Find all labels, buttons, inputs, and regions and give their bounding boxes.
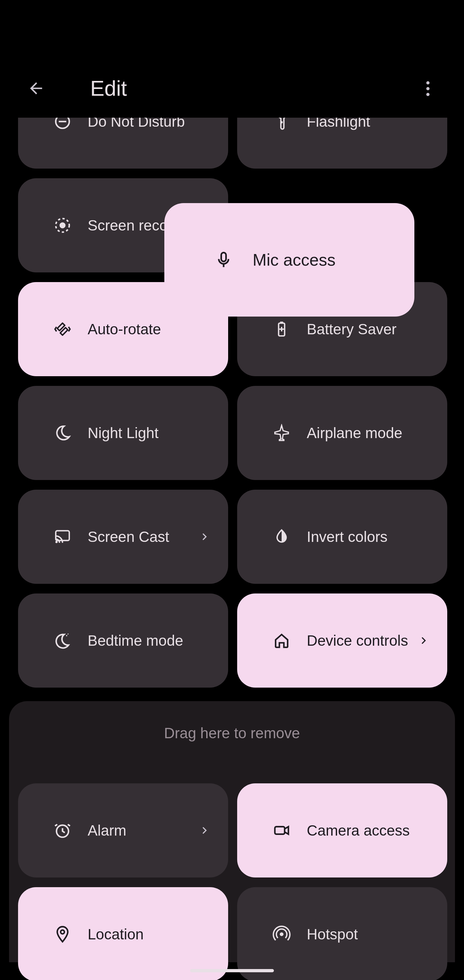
tile-do-not-disturb[interactable]: Do Not Disturb [18,118,228,169]
tile-night-light[interactable]: Night Light [18,386,228,480]
tile-label: Location [87,926,144,943]
tile-label: Camera access [307,822,410,839]
remove-tray-hint: Drag here to remove [9,724,455,742]
svg-point-12 [280,932,284,936]
svg-point-11 [60,930,64,934]
tile-invert-colors[interactable]: Invert colors [237,490,447,584]
alarm-icon [54,821,72,840]
tile-device-controls[interactable]: Device controls [237,593,447,687]
tile-screen-cast[interactable]: Screen Cast [18,490,228,584]
bedtime-icon [54,632,72,649]
auto-rotate-icon [54,320,72,338]
tile-label: Airplane mode [307,424,402,442]
tile-label: Do Not Disturb [87,118,185,130]
dot-icon [426,93,429,96]
svg-rect-6 [280,322,283,323]
back-button[interactable] [21,73,52,104]
cast-icon [54,528,72,546]
tile-flashlight[interactable]: Flashlight [237,118,447,169]
night-light-icon [54,424,72,442]
dragging-tile-mic-access[interactable]: Mic access [164,203,415,317]
svg-rect-1 [59,121,66,123]
back-arrow-icon [27,79,45,97]
location-icon [54,925,72,943]
flashlight-icon [273,118,291,130]
tile-location[interactable]: Location [18,887,228,980]
tile-label: Hotspot [307,926,358,943]
tile-label: Alarm [87,822,126,839]
clipped-row: Do Not Disturb Flashlight [0,118,464,169]
tile-label: Bedtime mode [87,632,183,649]
tile-hotspot[interactable]: Hotspot [237,887,447,980]
tile-alarm[interactable]: Alarm [18,783,228,878]
editor-topbar: Edit [0,59,464,117]
home-icon [273,632,291,649]
hotspot-icon [273,925,291,943]
overflow-menu-button[interactable] [412,73,443,104]
invert-colors-icon [273,528,291,546]
tile-label: Flashlight [307,118,370,130]
chevron-right-icon [199,825,210,836]
battery-saver-icon [273,320,291,338]
tile-camera-access[interactable]: Camera access [237,783,447,878]
tile-label: Auto-rotate [87,320,161,338]
svg-rect-10 [275,827,284,834]
tile-label: Night Light [87,424,159,442]
tile-label: Battery Saver [307,320,397,338]
gesture-nav-bar[interactable] [190,969,274,972]
remove-tray[interactable]: Drag here to remove Alarm Camera access … [9,701,455,962]
screen-record-icon [54,216,72,234]
page-title: Edit [90,76,127,100]
tile-airplane-mode[interactable]: Airplane mode [237,386,447,480]
chevron-right-icon [418,635,429,646]
do-not-disturb-icon [54,118,72,130]
svg-point-4 [60,223,66,229]
dot-icon [426,87,429,90]
tile-label: Invert colors [307,528,388,546]
airplane-icon [273,424,291,442]
tile-label: Mic access [253,250,335,269]
tile-label: Screen Cast [87,528,169,546]
camera-icon [273,821,291,840]
tile-label: Device controls [307,632,408,649]
tile-bedtime-mode[interactable]: Bedtime mode [18,593,228,687]
microphone-icon [214,250,233,269]
svg-point-8 [56,541,58,543]
dot-icon [426,81,429,84]
svg-point-2 [281,121,283,124]
svg-point-0 [56,118,69,128]
svg-rect-13 [221,253,226,262]
chevron-right-icon [199,531,210,542]
